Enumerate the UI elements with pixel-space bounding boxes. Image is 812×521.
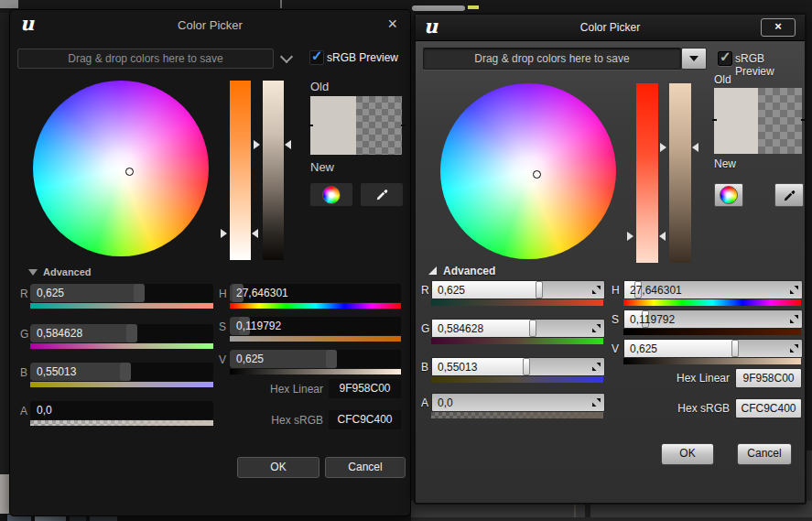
background-bottom-edge xyxy=(411,517,812,521)
a-spinbox[interactable]: 0,0 xyxy=(30,401,213,419)
swatch-tick-left xyxy=(309,125,313,126)
slider-knob xyxy=(326,350,337,368)
saturation-slider-handle-right[interactable] xyxy=(252,229,258,238)
value-slider-handle-right[interactable] xyxy=(285,140,291,149)
hex-linear-input[interactable]: 9F958C00 xyxy=(329,379,401,398)
old-new-color-swatch[interactable] xyxy=(310,96,402,155)
swatch-tick-right xyxy=(401,125,406,126)
v-gradient-strip xyxy=(230,369,401,374)
check-icon: ✓ xyxy=(720,49,731,65)
close-icon[interactable]: × xyxy=(387,15,397,34)
saturation-slider[interactable] xyxy=(636,83,658,263)
slider-knob xyxy=(523,358,530,375)
h-spinbox[interactable]: 27,646301 xyxy=(623,280,803,299)
swatch-tick-left xyxy=(712,119,717,121)
hex-srgb-input[interactable]: CFC9C400 xyxy=(735,398,802,418)
color-wheel[interactable] xyxy=(33,81,209,256)
value-slider[interactable] xyxy=(263,81,284,260)
eyedropper-button[interactable] xyxy=(774,183,804,207)
g-spinbox[interactable]: 0,584628 xyxy=(431,319,605,338)
drag-drop-color-target[interactable]: Drag & drop colors here to save xyxy=(17,49,274,69)
r-spinbox[interactable]: 0,625 xyxy=(30,284,213,302)
saturation-slider-handle-left[interactable] xyxy=(627,232,633,241)
b-gradient-strip xyxy=(30,382,213,387)
old-color-label: Old xyxy=(714,73,731,86)
hex-srgb-label: Hex sRGB xyxy=(230,414,323,427)
b-spinbox[interactable]: 0,55013 xyxy=(431,357,605,376)
ok-button[interactable]: OK xyxy=(237,457,319,478)
r-channel-label: R xyxy=(421,284,429,297)
r-channel-label: R xyxy=(20,288,28,300)
a-gradient-strip xyxy=(30,420,213,426)
value-slider-handle-left[interactable] xyxy=(254,140,260,149)
h-channel-label: H xyxy=(612,284,620,297)
cancel-button[interactable]: Cancel xyxy=(325,457,406,478)
a-spinbox[interactable]: 0,0 xyxy=(431,393,605,412)
ok-button[interactable]: OK xyxy=(661,443,714,465)
color-wheel[interactable] xyxy=(440,83,616,259)
h-spinbox[interactable]: 27,646301 xyxy=(230,284,401,302)
old-new-color-swatch[interactable] xyxy=(714,88,802,154)
hex-srgb-input[interactable]: CFC9C400 xyxy=(329,410,401,429)
color-themes-button[interactable] xyxy=(309,182,353,207)
chevron-down-icon[interactable] xyxy=(280,50,293,63)
srgb-preview-label: sRGB Preview xyxy=(735,52,805,78)
v-value: 0,625 xyxy=(236,353,264,365)
slider-knob xyxy=(731,340,739,357)
slider-knob xyxy=(529,320,536,337)
cancel-button[interactable]: Cancel xyxy=(737,443,792,465)
value-slider-handle-left[interactable] xyxy=(660,143,666,152)
swatch-alpha-half xyxy=(758,88,802,154)
swatch-tick-right xyxy=(801,119,806,121)
hex-linear-label: Hex Linear xyxy=(230,383,323,396)
a-gradient-strip xyxy=(431,412,603,418)
s-channel-label: S xyxy=(219,320,226,333)
s-spinbox[interactable]: 0,119792 xyxy=(623,309,803,329)
advanced-collapse-arrow-icon[interactable] xyxy=(28,269,38,276)
a-value: 0,0 xyxy=(37,404,52,417)
g-gradient-strip xyxy=(30,343,213,349)
g-spinbox[interactable]: 0,584628 xyxy=(30,324,213,342)
advanced-collapse-arrow-icon[interactable] xyxy=(428,266,437,275)
g-channel-label: G xyxy=(20,328,28,341)
color-wheel-marker[interactable] xyxy=(125,168,134,176)
saturation-slider-handle-right[interactable] xyxy=(659,232,666,241)
s-gradient-strip xyxy=(623,329,801,335)
close-button[interactable]: × xyxy=(761,18,796,37)
value-slider[interactable] xyxy=(669,83,691,263)
r-gradient-strip xyxy=(431,299,603,306)
spinbox-drag-icon xyxy=(591,362,601,372)
hex-srgb-label: Hex sRGB xyxy=(631,402,730,415)
background-yellow-mark xyxy=(468,5,479,9)
srgb-preview-checkbox[interactable]: ✓ xyxy=(718,51,732,66)
h-value: 27,646301 xyxy=(236,287,288,299)
value-slider-handle-right[interactable] xyxy=(692,143,698,152)
swatch-opaque-half xyxy=(714,88,758,154)
b-spinbox[interactable]: 0,55013 xyxy=(30,363,213,381)
s-channel-label: S xyxy=(612,313,619,326)
saturation-slider-handle-left[interactable] xyxy=(221,229,227,238)
color-themes-button[interactable] xyxy=(714,183,743,207)
spinbox-drag-icon xyxy=(789,314,799,324)
color-wheel-icon xyxy=(322,186,341,204)
spinbox-drag-icon xyxy=(789,343,799,353)
drag-drop-color-target[interactable]: Drag & drop colors here to save xyxy=(423,48,681,70)
s-value: 0,119792 xyxy=(630,313,675,326)
h-gradient-strip xyxy=(230,303,401,309)
hex-linear-input[interactable]: 9F958C00 xyxy=(735,368,802,388)
srgb-preview-checkbox[interactable]: ✓ xyxy=(309,50,324,65)
new-color-label: New xyxy=(310,160,334,174)
eyedropper-button[interactable] xyxy=(360,182,404,207)
v-spinbox[interactable]: 0,625 xyxy=(230,350,401,368)
v-spinbox[interactable]: 0,625 xyxy=(623,339,803,358)
color-wheel-marker[interactable] xyxy=(533,170,541,179)
r-value: 0,625 xyxy=(438,284,465,297)
r-spinbox[interactable]: 0,625 xyxy=(431,280,605,299)
new-color-label: New xyxy=(714,157,736,170)
s-spinbox[interactable]: 0,119792 xyxy=(230,317,401,335)
horizontal-scrollbar[interactable] xyxy=(412,5,465,11)
drop-target-dropdown-button[interactable] xyxy=(681,48,707,70)
b-value: 0,55013 xyxy=(438,361,477,374)
saturation-slider[interactable] xyxy=(230,81,251,260)
swatch-opaque-half xyxy=(310,96,356,155)
